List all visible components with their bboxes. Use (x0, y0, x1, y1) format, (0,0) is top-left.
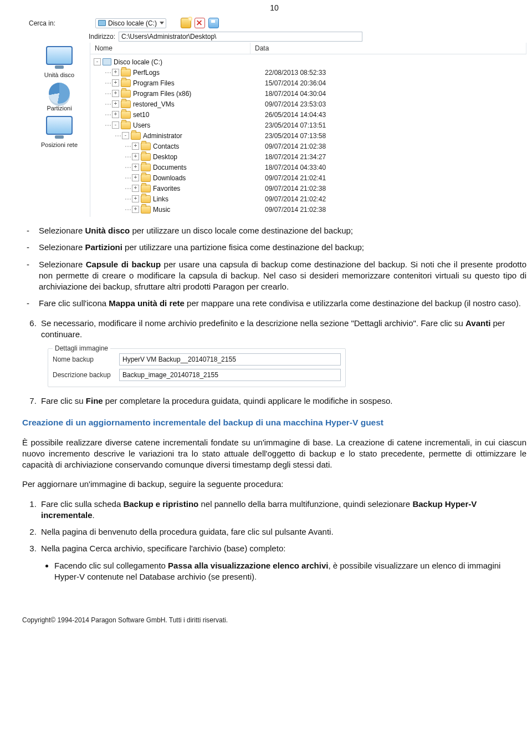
tree-dots-icon: ⋯ (125, 185, 131, 192)
copyright-footer: Copyright© 1994-2014 Paragon Software Gm… (22, 616, 526, 625)
tree-item-date: 26/05/2014 14:04:43 (265, 111, 326, 119)
monitor-icon (46, 116, 73, 135)
tree-row[interactable]: ⋯+Favorites09/07/2014 21:02:38 (90, 183, 526, 194)
folder-icon (141, 143, 151, 150)
expand-icon[interactable]: + (132, 143, 139, 150)
sidebar-item-partitions[interactable]: Partizioni (47, 83, 71, 111)
list-item: Se necessario, modificare il nome archiv… (39, 318, 526, 341)
folder-icon (121, 121, 131, 129)
tree-item-date: 09/07/2014 21:02:42 (265, 195, 326, 203)
folder-icon (121, 111, 131, 119)
address-label: Indirizzo: (89, 33, 115, 40)
delete-icon[interactable] (195, 18, 205, 28)
tree-item-name: Disco locale (C:) (114, 58, 255, 66)
tree-item-name: Documents (153, 164, 265, 171)
map-network-drive-icon[interactable] (208, 18, 219, 28)
tree-dots-icon: ⋯ (125, 143, 131, 150)
drive-dropdown-label: Disco locale (C:) (108, 19, 157, 27)
tree-item-date: 09/07/2014 21:02:41 (265, 174, 326, 182)
tree-item-date: 22/08/2013 08:52:33 (265, 69, 326, 77)
tree-item-date: 09/07/2014 21:02:38 (265, 143, 326, 150)
tree-item-name: set10 (133, 111, 265, 119)
paragraph: Per aggiornare un'immagine di backup, se… (22, 479, 526, 490)
folder-icon (121, 100, 131, 108)
tree-row[interactable]: ⋯+Downloads09/07/2014 21:02:41 (90, 172, 526, 183)
list-item: Nella pagina Cerca archivio, specificare… (39, 543, 526, 582)
expand-icon[interactable]: + (132, 174, 139, 181)
folder-icon (141, 206, 151, 214)
tree-dots-icon: ⋯ (105, 111, 111, 119)
tree-dots-icon: ⋯ (125, 174, 131, 182)
tree-row[interactable]: ⋯-Users23/05/2014 07:13:51 (90, 120, 526, 130)
expand-icon[interactable]: + (132, 206, 139, 213)
expand-icon[interactable]: + (132, 185, 139, 192)
tree-dots-icon: ⋯ (125, 206, 131, 214)
expand-icon[interactable]: + (132, 195, 139, 202)
folder-icon (121, 79, 131, 87)
tree-dots-icon: ⋯ (125, 195, 131, 203)
tree-row[interactable]: ⋯+Links09/07/2014 21:02:42 (90, 194, 526, 204)
sidebar-label: Partizioni (47, 105, 71, 111)
expand-icon[interactable]: + (112, 111, 119, 118)
tree-item-name: Users (133, 121, 265, 129)
drive-dropdown[interactable]: Disco locale (C:) (95, 18, 166, 28)
tree-item-date: 09/07/2014 23:53:03 (265, 100, 326, 108)
expand-icon[interactable]: + (112, 100, 119, 108)
sidebar-item-disk-unit[interactable]: Unità disco (44, 46, 74, 78)
list-item: Facendo clic sul collegamento Passa alla… (54, 560, 526, 583)
backup-desc-input[interactable]: Backup_image_20140718_2155 (119, 369, 341, 381)
expand-icon[interactable]: + (112, 90, 119, 97)
address-input[interactable]: C:\Users\Administrator\Desktop\ (119, 32, 362, 42)
tree-row[interactable]: ⋯+Contacts09/07/2014 21:02:38 (90, 141, 526, 151)
tree-row[interactable]: ⋯+PerfLogs22/08/2013 08:52:33 (90, 67, 526, 78)
tree-dots-icon: ⋯ (125, 164, 131, 171)
tree-row[interactable]: ⋯+set1026/05/2014 14:04:43 (90, 109, 526, 120)
tree-row[interactable]: ⋯+Program Files (x86)18/07/2014 04:30:04 (90, 88, 526, 99)
folder-icon (121, 90, 131, 98)
file-browser: Cerca in: Disco locale (C:) Indirizzo: C… (29, 17, 526, 217)
collapse-icon[interactable]: - (122, 132, 129, 139)
folder-icon (141, 164, 151, 171)
tree-item-date: 23/05/2014 07:13:51 (265, 121, 326, 129)
collapse-icon[interactable]: - (112, 121, 119, 129)
search-in-label: Cerca in: (29, 19, 55, 27)
new-folder-icon[interactable] (181, 18, 191, 28)
tree-row[interactable]: ⋯+Program Files15/07/2014 20:36:04 (90, 78, 526, 88)
tree-row[interactable]: ⋯+Music09/07/2014 21:02:38 (90, 204, 526, 215)
tree-item-name: Program Files (133, 79, 265, 87)
tree-dots-icon: ⋯ (105, 90, 111, 98)
list-item: Selezionare Partizioni per utilizzare un… (39, 242, 526, 253)
tree-dots-icon: ⋯ (105, 79, 111, 87)
expand-icon[interactable]: + (112, 69, 119, 76)
tree-item-date: 18/07/2014 21:34:27 (265, 153, 326, 161)
sidebar: Unità disco Partizioni Posizioni rete (29, 43, 90, 217)
tree-row[interactable]: ⋯+Documents18/07/2014 04:33:40 (90, 162, 526, 172)
sidebar-label: Unità disco (44, 72, 74, 78)
tree-item-name: Program Files (x86) (133, 90, 265, 98)
tree-row[interactable]: ⋯+Desktop18/07/2014 21:34:27 (90, 151, 526, 162)
section-heading: Creazione di un aggiornamento incrementa… (22, 417, 526, 429)
list-item: Nella pagina di benvenuto della procedur… (39, 526, 526, 537)
paragraph: È possibile realizzare diverse catene in… (22, 437, 526, 471)
tree-dots-icon: ⋯ (105, 69, 111, 77)
tree-row[interactable]: ⋯+restored_VMs09/07/2014 23:53:03 (90, 99, 526, 109)
expand-icon[interactable]: + (132, 164, 139, 171)
drive-icon (103, 58, 111, 65)
fieldset-legend: Dettagli immagine (53, 344, 110, 353)
column-data[interactable]: Data (250, 43, 526, 54)
tree-row[interactable]: ⋯-Administrator23/05/2014 07:13:58 (90, 130, 526, 141)
tree-item-name: Contacts (153, 143, 265, 150)
chevron-down-icon (160, 22, 164, 24)
expand-icon[interactable]: + (112, 79, 119, 87)
backup-name-input[interactable]: HyperV VM Backup__20140718_2155 (119, 353, 341, 366)
tree-row[interactable]: -Disco locale (C:) (90, 57, 526, 67)
details-panel: Dettagli immagine Nome backup HyperV VM … (48, 348, 526, 387)
column-name[interactable]: Nome (90, 43, 250, 54)
backup-name-label: Nome backup (53, 355, 119, 364)
tree-item-name: Administrator (143, 132, 265, 140)
pie-chart-icon (49, 83, 70, 104)
expand-icon[interactable]: + (132, 153, 139, 160)
folder-icon (121, 69, 131, 77)
sidebar-item-network[interactable]: Posizioni rete (41, 116, 78, 148)
collapse-icon[interactable]: - (94, 58, 101, 65)
